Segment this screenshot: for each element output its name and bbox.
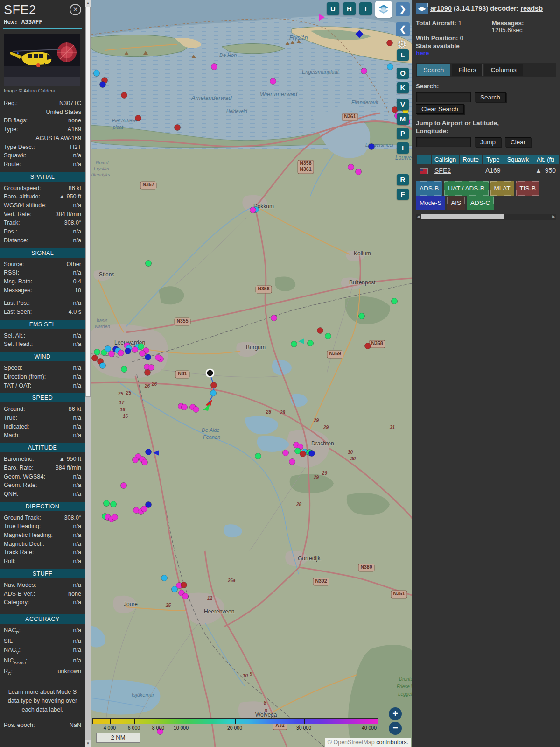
aircraft-dot[interactable] [141,506,147,512]
aircraft-dot[interactable] [182,404,188,410]
aircraft-dot[interactable] [210,390,217,396]
aircraft-dot[interactable] [291,341,297,347]
clear-search-button[interactable]: Clear Search [416,104,464,114]
scroll-up-icon[interactable]: ▲ [85,0,91,7]
map-toggle-button-v[interactable]: V [397,99,409,110]
zoom-out-button[interactable]: − [389,722,402,735]
aircraft-dot[interactable] [92,355,98,361]
aircraft-dot[interactable] [132,347,138,353]
collapse-left-button[interactable]: ❮ [396,22,410,36]
aircraft-dot[interactable] [365,343,371,349]
map-toggle-button-o[interactable]: O [397,68,409,79]
aircraft-dot[interactable] [111,501,117,507]
aircraft-dot[interactable] [112,514,118,521]
aircraft-dot[interactable] [145,354,151,360]
map-toggle-button-r[interactable]: R [397,174,409,185]
aircraft-dot[interactable] [317,328,323,334]
aircraft-dot[interactable] [155,355,161,361]
aircraft-dot[interactable] [125,348,131,354]
scroll-down-icon[interactable]: ▼ [85,740,91,747]
aircraft-dot[interactable] [94,349,100,355]
aircraft-dot[interactable] [369,144,375,150]
aircraft-dot[interactable] [121,483,127,489]
aircraft-dot[interactable] [100,363,106,369]
aircraft-dot[interactable] [308,340,314,346]
expand-right-button[interactable]: ❯ [396,2,410,16]
table-column-header[interactable]: Type [483,155,504,164]
close-icon[interactable]: ✕ [70,4,81,15]
aircraft-dot[interactable] [100,82,106,88]
layers-button[interactable] [375,1,392,18]
tab-filters[interactable]: Filters [452,64,483,76]
panel-collapse-icon[interactable]: ◀▶ [416,3,428,14]
aircraft-dot[interactable] [109,351,115,357]
aircraft-dot[interactable] [138,344,144,350]
aircraft-dot[interactable] [135,115,141,121]
aircraft-dot[interactable] [289,459,295,465]
aircraft-dot[interactable] [283,450,289,456]
table-column-header[interactable]: Alt. (ft) [532,155,559,164]
aircraft-dot[interactable] [148,365,154,371]
aircraft-dot[interactable] [121,92,127,99]
map-button-u[interactable]: U [327,2,339,15]
aircraft-dot[interactable] [211,64,217,70]
settings-gear-icon[interactable]: ⚙ [397,38,407,51]
table-column-header[interactable] [417,155,431,164]
aircraft-dot[interactable] [121,366,127,373]
aircraft-dot[interactable] [356,169,362,175]
search-button[interactable]: Search [475,92,506,102]
aircraft-dot[interactable] [104,500,110,507]
sidebar-scrollbar[interactable]: ▲ ▼ [85,0,91,747]
map-canvas[interactable]: DokkumStiensKollumBuitenpostLeeuwardenBu… [91,0,412,747]
osm-attribution-link[interactable]: © OpenStreetMap [328,739,375,746]
aircraft-dot[interactable] [181,582,187,588]
aircraft-dot[interactable] [161,575,168,581]
aircraft-dot[interactable] [211,382,217,388]
aircraft-dot[interactable] [255,453,261,459]
table-column-header[interactable]: Squawk [504,155,532,164]
aircraft-dot[interactable] [359,313,365,319]
aircraft-dot[interactable] [348,164,354,170]
aircraft-dot[interactable] [250,207,256,213]
table-row[interactable]: SFE2A169▲ 950 [417,165,560,176]
aircraft-dot[interactable] [325,333,331,339]
table-column-header[interactable]: Callsign [432,155,459,164]
map-toggle-button-f[interactable]: F [397,189,409,200]
table-horizontal-scrollbar[interactable]: ◀ ▶ [416,214,556,220]
scroll-right-icon[interactable]: ▶ [552,214,555,220]
readsb-link[interactable]: readsb [520,5,543,12]
aircraft-dot[interactable] [300,451,306,457]
aircraft-dot[interactable] [270,78,276,85]
aircraft-dot[interactable] [142,459,148,465]
scroll-left-icon[interactable]: ◀ [417,214,420,220]
map-toggle-button-k[interactable]: K [397,82,409,93]
aircraft-dot[interactable] [105,346,111,352]
selected-aircraft-marker[interactable] [207,370,213,376]
jump-clear-button[interactable]: Clear [505,137,531,147]
tar1090-link[interactable]: ar1090 [430,5,452,12]
aircraft-dot[interactable] [140,351,146,357]
jump-input[interactable] [416,137,471,147]
hscroll-thumb[interactable] [421,214,504,219]
tab-search[interactable]: Search [417,64,450,76]
callsign-link[interactable]: SFE2 [434,167,451,174]
map-toggle-button-p[interactable]: P [397,128,409,139]
scrollbar-thumb[interactable] [85,7,91,397]
aircraft-dot[interactable] [271,315,277,321]
aircraft-dot[interactable] [193,407,199,413]
map-button-h[interactable]: H [343,2,356,15]
search-input[interactable] [416,92,471,102]
aircraft-dot[interactable] [361,68,367,74]
aircraft-dot[interactable] [387,64,393,70]
aircraft-dot[interactable] [387,40,393,46]
aircraft-dot[interactable] [309,451,315,457]
map-toggle-button-m[interactable]: M [397,113,409,125]
aircraft-photo[interactable] [4,34,80,86]
tab-columns[interactable]: Columns [484,64,523,76]
aircraft-dot[interactable] [145,370,151,376]
map-toggle-button-l[interactable]: L [397,49,409,61]
aircraft-dot[interactable] [146,261,152,267]
table-column-header[interactable]: Route [460,155,482,164]
map-toggle-button-i[interactable]: I [397,142,409,154]
aircraft-dot[interactable] [392,298,398,304]
